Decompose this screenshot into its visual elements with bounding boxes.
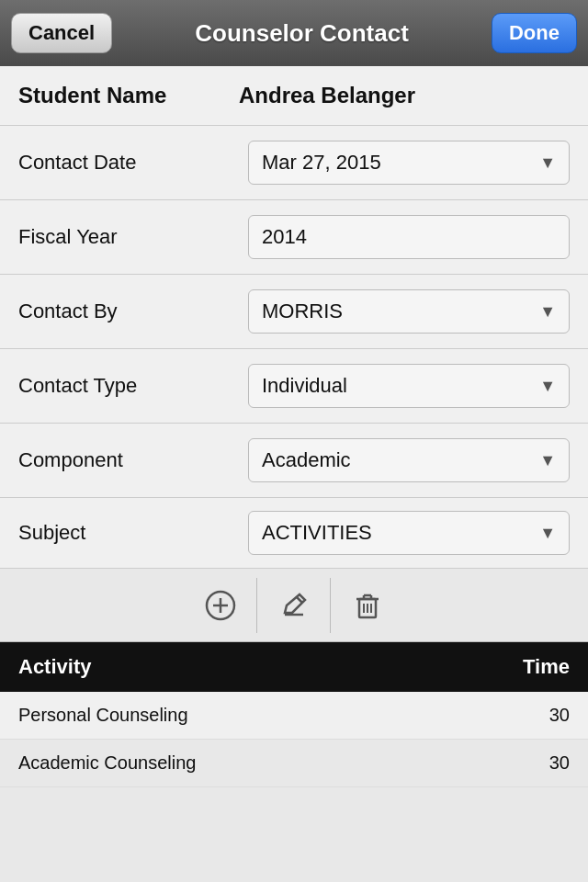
form-section: Contact Date Mar 27, 2015 ▼ Fiscal Year … — [0, 126, 588, 569]
fiscal-year-value: 2014 — [248, 215, 570, 259]
svg-line-3 — [297, 597, 302, 603]
contact-type-value: Individual — [262, 374, 347, 398]
contact-type-dropdown[interactable]: Individual ▼ — [248, 364, 570, 408]
component-field: Academic ▼ — [248, 438, 570, 482]
activity-table: Activity Time Personal Counseling30Acade… — [0, 642, 588, 787]
contact-by-value: MORRIS — [262, 300, 343, 323]
subject-label: Subject — [18, 521, 248, 545]
table-row[interactable]: Personal Counseling30 — [0, 692, 588, 740]
col-time-header: Time — [424, 642, 588, 692]
trash-icon — [351, 589, 384, 622]
activity-cell: Academic Counseling — [0, 740, 424, 787]
delete-button[interactable] — [331, 578, 404, 633]
activity-cell: Personal Counseling — [0, 692, 424, 740]
contact-type-row: Contact Type Individual ▼ — [0, 349, 588, 424]
subject-field: ACTIVITIES ▼ — [248, 511, 570, 555]
component-dropdown[interactable]: Academic ▼ — [248, 438, 570, 482]
contact-type-label: Contact Type — [18, 374, 248, 398]
contact-by-row: Contact By MORRIS ▼ — [0, 275, 588, 349]
time-cell: 30 — [424, 740, 588, 787]
edit-button[interactable] — [257, 578, 331, 633]
contact-date-dropdown[interactable]: Mar 27, 2015 ▼ — [248, 141, 570, 185]
component-row: Component Academic ▼ — [0, 424, 588, 498]
table-row[interactable]: Academic Counseling30 — [0, 740, 588, 787]
contact-date-label: Contact Date — [18, 151, 248, 175]
toolbar — [0, 569, 588, 642]
nav-bar: Cancel Counselor Contact Done — [0, 0, 588, 66]
cancel-button[interactable]: Cancel — [11, 13, 112, 53]
contact-by-arrow-icon: ▼ — [539, 302, 556, 322]
student-name-value: Andrea Belanger — [239, 83, 415, 108]
contact-date-row: Contact Date Mar 27, 2015 ▼ — [0, 126, 588, 200]
table-header-row: Activity Time — [0, 642, 588, 692]
subject-dropdown[interactable]: ACTIVITIES ▼ — [248, 511, 570, 555]
contact-date-arrow-icon: ▼ — [539, 153, 556, 173]
component-label: Component — [18, 448, 248, 472]
student-name-row: Student Name Andrea Belanger — [0, 66, 588, 126]
contact-by-label: Contact By — [18, 300, 248, 323]
fiscal-year-field: 2014 — [248, 215, 570, 259]
edit-icon — [277, 589, 311, 622]
col-activity-header: Activity — [0, 642, 424, 692]
contact-by-dropdown[interactable]: MORRIS ▼ — [248, 289, 570, 334]
subject-value: ACTIVITIES — [262, 521, 372, 545]
student-name-label: Student Name — [18, 83, 239, 108]
time-cell: 30 — [424, 692, 588, 740]
contact-type-field: Individual ▼ — [248, 364, 570, 408]
subject-arrow-icon: ▼ — [539, 524, 556, 543]
contact-date-value: Mar 27, 2015 — [262, 151, 381, 175]
component-arrow-icon: ▼ — [539, 451, 556, 470]
activity-table-container: Activity Time Personal Counseling30Acade… — [0, 642, 588, 787]
fiscal-year-label: Fiscal Year — [18, 225, 248, 249]
add-button[interactable] — [184, 578, 257, 633]
contact-date-field: Mar 27, 2015 ▼ — [248, 141, 570, 185]
subject-row: Subject ACTIVITIES ▼ — [0, 498, 588, 569]
page-title: Counselor Contact — [195, 19, 409, 48]
component-value: Academic — [262, 448, 351, 472]
empty-space — [0, 787, 588, 882]
add-icon — [204, 589, 237, 622]
contact-type-arrow-icon: ▼ — [539, 377, 556, 396]
contact-by-field: MORRIS ▼ — [248, 289, 570, 334]
fiscal-year-row: Fiscal Year 2014 — [0, 200, 588, 275]
done-button[interactable]: Done — [492, 13, 577, 53]
